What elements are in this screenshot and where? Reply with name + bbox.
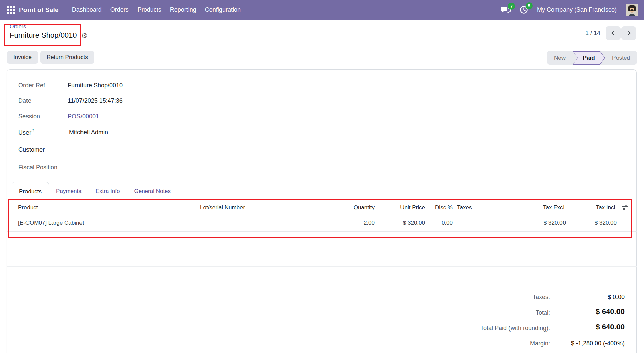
app-name: Point of Sale	[19, 6, 59, 14]
field-value-order-ref[interactable]: Furniture Shop/0010	[68, 82, 209, 89]
totals-total-label: Total:	[536, 309, 550, 316]
field-user: User? Mitchell Admin	[18, 128, 209, 137]
pager-previous-button[interactable]	[606, 26, 621, 40]
field-fiscal-position: Fiscal Position	[18, 163, 209, 172]
field-label-session: Session	[18, 113, 68, 120]
activities-badge: 5	[526, 2, 533, 9]
products-table-header: Product Lot/serial Number Quantity Unit …	[7, 201, 637, 214]
action-buttons: Invoice Return Products	[7, 51, 94, 64]
totals-margin-label: Margin:	[530, 340, 550, 347]
main-menu: Dashboard Orders Products Reporting Conf…	[68, 4, 245, 15]
optional-columns-button[interactable]	[617, 204, 637, 211]
action-gear-icon[interactable]: ⚙	[81, 32, 88, 39]
statusbar: New Paid Posted	[547, 51, 637, 65]
cell-quantity: 2.00	[304, 220, 375, 226]
systray: 7 5 My Company (San Francisco)	[501, 4, 644, 16]
pager-next-button[interactable]	[621, 26, 636, 40]
menu-configuration[interactable]: Configuration	[201, 4, 245, 15]
cell-product-link[interactable]: [E-COM07] Large Cabinet	[7, 220, 193, 226]
field-order-ref: Order Ref Furniture Shop/0010	[18, 81, 209, 90]
status-step-new[interactable]: New	[547, 51, 573, 65]
header-product[interactable]: Product	[7, 204, 193, 211]
products-table: Product Lot/serial Number Quantity Unit …	[7, 201, 637, 284]
totals-taxes-label: Taxes:	[533, 294, 550, 301]
field-label-order-ref: Order Ref	[18, 82, 68, 89]
form-sheet: Order Ref Furniture Shop/0010 Date 11/07…	[7, 69, 637, 353]
field-label-user: User?	[18, 129, 68, 136]
field-value-session-link[interactable]: POS/00001	[68, 113, 209, 120]
totals-divider	[19, 292, 625, 292]
user-avatar[interactable]	[626, 4, 638, 16]
chevron-left-icon	[611, 31, 616, 36]
header-tax-incl[interactable]: Tax Incl.	[566, 204, 617, 211]
activities-button[interactable]: 5	[519, 5, 528, 14]
field-value-date[interactable]: 11/07/2025 15:47:36	[68, 97, 209, 104]
header-discount[interactable]: Disc.%	[425, 204, 453, 211]
table-row[interactable]: [E-COM07] Large Cabinet 2.00 $ 320.00 0.…	[7, 214, 637, 232]
status-step-paid[interactable]: Paid	[573, 51, 605, 65]
menu-products[interactable]: Products	[134, 4, 165, 15]
breadcrumb-orders-link[interactable]: Orders	[10, 24, 26, 30]
header-tax-excl[interactable]: Tax Excl.	[527, 204, 566, 211]
chevron-right-icon	[626, 31, 631, 36]
field-date: Date 11/07/2025 15:47:36	[18, 96, 209, 105]
help-question-icon: ?	[32, 129, 34, 133]
header-lot-serial[interactable]: Lot/serial Number	[193, 204, 304, 211]
cell-discount: 0.00	[425, 220, 453, 226]
pos-order-form-page: Point of Sale Dashboard Orders Products …	[0, 0, 644, 353]
invoice-button[interactable]: Invoice	[7, 51, 38, 64]
header-unit-price[interactable]: Unit Price	[375, 204, 425, 211]
tab-general-notes[interactable]: General Notes	[127, 182, 178, 201]
menu-dashboard[interactable]: Dashboard	[68, 4, 105, 15]
return-products-button[interactable]: Return Products	[40, 51, 94, 64]
notebook-tabs: Products Payments Extra Info General Not…	[12, 182, 178, 201]
cell-tax-excl: $ 320.00	[527, 220, 566, 226]
apps-grid-icon[interactable]	[7, 6, 15, 14]
totals-margin-value: $ -1,280.00 (-400%)	[571, 340, 625, 347]
totals-taxes-value: $ 0.00	[608, 294, 625, 301]
totals-paid-value: $ 640.00	[596, 323, 625, 332]
empty-table-row	[7, 232, 637, 250]
top-navbar: Point of Sale Dashboard Orders Products …	[0, 0, 644, 20]
empty-table-row	[7, 267, 637, 284]
empty-table-row	[7, 250, 637, 267]
status-step-posted[interactable]: Posted	[605, 51, 637, 65]
menu-orders[interactable]: Orders	[107, 4, 132, 15]
field-value-user[interactable]: Mitchell Admin	[68, 129, 209, 136]
tab-products[interactable]: Products	[12, 182, 49, 201]
record-pager: 1 / 14	[585, 26, 636, 40]
header-taxes[interactable]: Taxes	[453, 204, 527, 211]
header-quantity[interactable]: Quantity	[304, 204, 375, 211]
cell-unit-price: $ 320.00	[375, 220, 425, 226]
field-label-fiscal-position: Fiscal Position	[18, 164, 68, 171]
company-switcher[interactable]: My Company (San Francisco)	[537, 6, 617, 13]
cell-tax-incl: $ 320.00	[566, 220, 617, 226]
totals-total-value: $ 640.00	[596, 307, 625, 316]
field-label-customer: Customer	[18, 146, 68, 153]
tab-extra-info[interactable]: Extra Info	[89, 182, 127, 201]
totals-paid-label: Total Paid (with rounding):	[480, 325, 550, 332]
breadcrumb: Orders Furniture Shop/0010 ⚙	[10, 24, 87, 40]
messages-button[interactable]: 7	[501, 6, 511, 14]
field-customer: Customer	[18, 145, 209, 154]
sliders-icon	[621, 204, 629, 211]
menu-reporting[interactable]: Reporting	[166, 4, 200, 15]
pager-count: 1 / 14	[585, 30, 600, 37]
page-title: Furniture Shop/0010	[10, 31, 77, 40]
field-label-date: Date	[18, 97, 68, 104]
tab-payments[interactable]: Payments	[49, 182, 89, 201]
field-session: Session POS/00001	[18, 112, 209, 121]
messages-badge: 7	[508, 3, 515, 10]
